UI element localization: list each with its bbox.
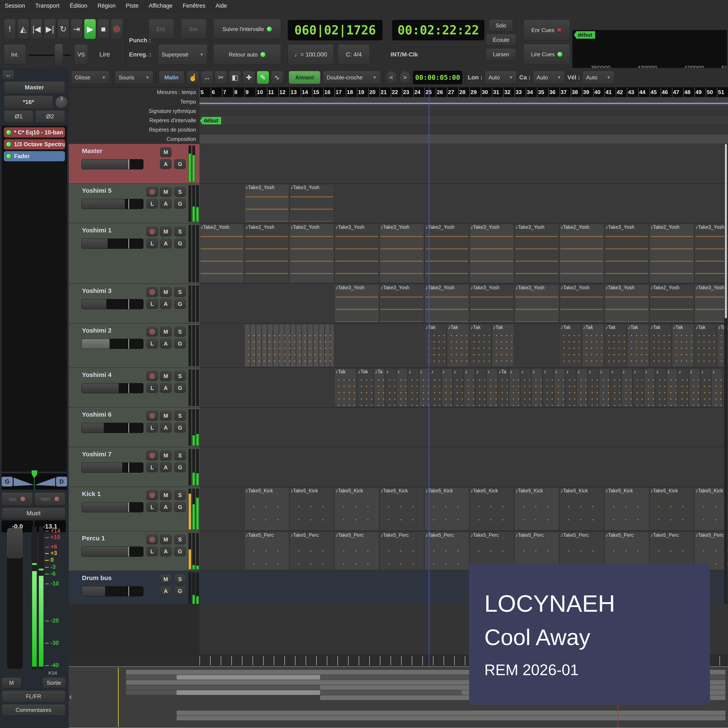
- trim-knob[interactable]: [55, 95, 68, 109]
- midi-region[interactable]: ♪Take5_Kick: [604, 488, 649, 531]
- midi-region[interactable]: ♪Take3_Yosh: [289, 184, 334, 222]
- primary-clock[interactable]: 060|02|1726: [288, 20, 382, 40]
- jump-playhead-button[interactable]: ⇥: [71, 19, 83, 39]
- goto-start-button[interactable]: |◀: [31, 19, 43, 39]
- midi-region[interactable]: ♪: [655, 369, 666, 407]
- output-button[interactable]: Sortie: [43, 678, 65, 688]
- track-m-button[interactable]: M: [160, 371, 171, 381]
- play-button[interactable]: ▶: [84, 19, 96, 39]
- punch-in-button[interactable]: Ent.: [148, 19, 174, 39]
- rec-cues-button[interactable]: Enr Cues: [524, 20, 570, 41]
- midi-region[interactable]: ♪Take5_Kick: [514, 488, 559, 531]
- midi-region[interactable]: ♪: [554, 369, 565, 407]
- snap-button[interactable]: Aimant: [289, 71, 321, 84]
- midi-region[interactable]: ♪Take5_Perc: [335, 532, 379, 570]
- track-fader[interactable]: [81, 502, 144, 512]
- midi-region[interactable]: ♪Take5_Kick: [560, 488, 604, 531]
- strip-resize-button[interactable]: ↔: [2, 70, 14, 80]
- track-header-yoshimi-3[interactable]: Yoshimi 3MSLAG: [69, 284, 199, 323]
- ruler-row-1[interactable]: [199, 97, 728, 107]
- track-s-button[interactable]: S: [174, 451, 186, 460]
- stretch-tool[interactable]: ◧: [229, 71, 241, 84]
- midi-region[interactable]: ♪Take3_Yosh: [514, 224, 559, 283]
- midi-region[interactable]: ♪Tak: [582, 324, 604, 367]
- meter-type-label[interactable]: K14: [48, 670, 57, 676]
- monitor-button[interactable]: Int.: [4, 44, 26, 65]
- midi-region[interactable]: ♪Take2_Yosh: [289, 224, 334, 283]
- midi-region[interactable]: ♪Take2_Yosh: [650, 284, 694, 323]
- track-a2-button[interactable]: A: [160, 423, 171, 433]
- midi-region[interactable]: ♪Take2_Yosh: [560, 284, 604, 323]
- midi-region[interactable]: ♪Tak: [425, 324, 447, 367]
- track-header-master[interactable]: MasterMAG: [69, 144, 199, 184]
- ruler-row-0[interactable]: 5678910111213141516171819202122232425262…: [199, 87, 728, 97]
- smart-mode-button[interactable]: Malin: [159, 71, 184, 84]
- midi-region[interactable]: ♪Take5_Kick: [289, 488, 334, 531]
- midi-region[interactable]: [245, 324, 334, 367]
- track-l2-button[interactable]: L: [147, 546, 158, 556]
- midi-region[interactable]: ♪Take5_Kick: [245, 488, 289, 531]
- track-header-yoshimi-1[interactable]: Yoshimi 1MSLAG: [69, 223, 199, 284]
- track-l2-button[interactable]: L: [147, 239, 158, 248]
- track-g2-button[interactable]: G: [174, 502, 186, 512]
- midi-region[interactable]: ♪Take2_Yosh: [560, 224, 604, 283]
- midi-region[interactable]: ♪: [475, 369, 486, 407]
- midi-region[interactable]: ♪: [430, 369, 441, 407]
- io-button[interactable]: FL/FR: [2, 691, 65, 702]
- track-lane-yoshimi-4[interactable]: ♪Tak♪Tak♪Ta♪♪♪♪♪♪♪♪♪♪♪Ta♪♪♪♪♪♪♪♪♪♪♪♪♪♪♪♪…: [199, 368, 728, 407]
- mute-button[interactable]: Muet: [2, 508, 65, 519]
- tempo-button[interactable]: ♩= 100,000: [288, 44, 333, 65]
- track-header-yoshimi-7[interactable]: Yoshimi 7MSLAG: [69, 447, 199, 487]
- summary-left-arrow[interactable]: ‹: [69, 692, 72, 702]
- midi-region[interactable]: ♪: [577, 369, 587, 407]
- record-arm-button[interactable]: [147, 187, 158, 197]
- track-s-button[interactable]: S: [174, 327, 186, 336]
- menu-transport[interactable]: Transport: [35, 3, 60, 9]
- midi-region[interactable]: ♪Take5_Perc: [289, 532, 334, 570]
- midi-region[interactable]: ♪Take3_Yosh: [245, 184, 289, 222]
- track-lane-kick-1[interactable]: ♪Take5_Kick♪Take5_Kick♪Take5_Kick♪Take5_…: [199, 487, 728, 531]
- midi-region[interactable]: ♪Take3_Yosh: [335, 224, 379, 283]
- nudge-clock[interactable]: 00:00:05:00: [413, 71, 462, 84]
- phase-2-button[interactable]: Ø2: [35, 110, 65, 123]
- track-fader[interactable]: [81, 462, 144, 473]
- midi-region[interactable]: ♪: [520, 369, 531, 407]
- midi-region[interactable]: ♪Take3_Yosh: [604, 224, 649, 283]
- metronome-button[interactable]: ◭: [17, 19, 29, 39]
- track-m-button[interactable]: M: [160, 490, 171, 500]
- record-arm-button[interactable]: [147, 411, 158, 421]
- midi-region[interactable]: ♪Take5_Kick: [470, 488, 514, 531]
- track-s-button[interactable]: S: [174, 411, 186, 421]
- meter-button[interactable]: C: 4/4: [338, 44, 370, 65]
- midi-region[interactable]: ♪Tak: [492, 324, 514, 367]
- track-header-yoshimi-6[interactable]: Yoshimi 6MSLAG: [69, 407, 199, 447]
- processor-led[interactable]: [6, 153, 11, 159]
- midi-region[interactable]: ♪: [610, 369, 621, 407]
- track-a2-button[interactable]: A: [160, 239, 171, 248]
- midi-region[interactable]: ♪: [531, 369, 542, 407]
- midi-region[interactable]: ♪Tak: [560, 324, 581, 367]
- midi-region[interactable]: ♪: [419, 369, 430, 407]
- track-g2-button[interactable]: G: [174, 159, 186, 169]
- track-lane-yoshimi-3[interactable]: ♪Take3_Yosh♪Take3_Yosh♪Take2_Yosh♪Take3_…: [199, 284, 728, 323]
- track-g2-button[interactable]: G: [174, 462, 186, 472]
- midi-region[interactable]: ♪: [453, 369, 463, 407]
- midi-region[interactable]: ♪Take2_Yosh: [425, 284, 469, 323]
- processor-led[interactable]: [6, 142, 11, 147]
- automation-tool[interactable]: ∿: [271, 71, 283, 84]
- track-s-button[interactable]: S: [174, 371, 186, 381]
- menu-affichage[interactable]: Affichage: [149, 3, 173, 9]
- track-l2-button[interactable]: L: [147, 339, 158, 349]
- auto-return-button[interactable]: Retour auto: [214, 44, 281, 65]
- midi-region[interactable]: ♪Tak: [357, 369, 373, 407]
- track-m-button[interactable]: M: [160, 187, 171, 197]
- track-a2-button[interactable]: A: [160, 546, 171, 556]
- gain-fader-handle[interactable]: [7, 528, 23, 558]
- midi-region[interactable]: ♪Tak: [335, 369, 356, 407]
- ruler-row-2[interactable]: [199, 107, 728, 116]
- ruler-row-4[interactable]: [199, 125, 728, 135]
- midi-region[interactable]: ♪Ta: [498, 369, 509, 407]
- midi-region[interactable]: ♪Take5_Kick: [650, 488, 694, 531]
- midi-region[interactable]: ♪: [711, 369, 722, 407]
- midi-region[interactable]: ♪Take5_Perc: [425, 532, 469, 570]
